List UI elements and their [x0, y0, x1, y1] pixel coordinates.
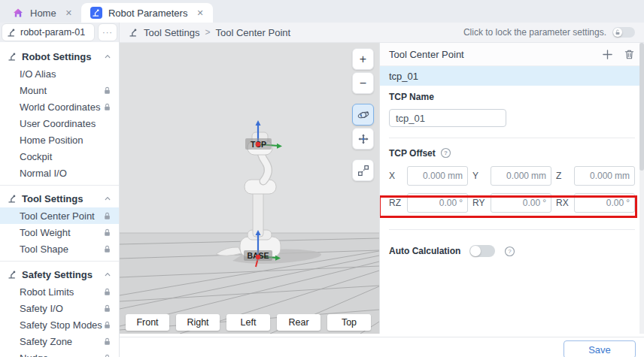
section-safety-settings[interactable]: Safety Settings — [0, 265, 119, 283]
section-robot-settings[interactable]: Robot Settings — [0, 47, 119, 65]
zoom-in-button[interactable]: + — [352, 48, 374, 70]
sidebar-item-world-coordinates[interactable]: World Coordinates — [0, 98, 119, 115]
sidebar-item-io-alias[interactable]: I/O Alias — [0, 65, 119, 82]
item-label: World Coordinates — [20, 101, 100, 113]
field-unit: mm — [615, 171, 630, 181]
help-icon[interactable] — [440, 147, 451, 159]
item-label: I/O Alias — [20, 68, 56, 80]
item-label: User Coordinates — [20, 118, 96, 129]
field-label: Z — [556, 171, 574, 181]
orbit-icon — [357, 108, 370, 122]
panel-title-row: Tool Center Point — [380, 43, 644, 66]
sidebar-item-mount[interactable]: Mount — [0, 82, 119, 98]
scrollbar-thumb[interactable] — [639, 43, 644, 171]
section-label: Safety Settings — [22, 269, 93, 280]
view-rear-button[interactable]: Rear — [277, 314, 320, 331]
more-options-button[interactable]: ··· — [98, 23, 117, 41]
parameter-lock-toggle[interactable] — [612, 27, 635, 38]
sidebar-item-safety-zone[interactable]: Safety Zone — [0, 333, 119, 349]
orbit-tool-button[interactable] — [352, 104, 374, 126]
tcp-item-label: tcp_01 — [389, 71, 418, 82]
field-unit: ° — [626, 198, 630, 208]
sidebar-item-safety-stop-modes[interactable]: Safety Stop Modes — [0, 316, 119, 333]
tcp-list-item-selected[interactable]: tcp_01 — [380, 66, 644, 86]
add-tcp-button[interactable] — [602, 49, 613, 60]
field-label: RX — [556, 198, 574, 208]
sidebar-item-cockpit[interactable]: Cockpit — [0, 148, 119, 165]
tcp-offset-rotation-wrap: RZ 0.00 ° RY 0.00 — [389, 193, 635, 213]
robot-icon — [8, 194, 17, 204]
sidebar: robot-param-01 ··· Robot Settings I/O Al… — [0, 23, 120, 357]
panel-scrollbar[interactable] — [639, 43, 644, 334]
chevron-up-icon — [104, 195, 111, 202]
field-value: 0.00 — [523, 198, 540, 208]
lock-icon — [103, 304, 111, 313]
tcp-name-input[interactable] — [389, 109, 506, 127]
view-right-button[interactable]: Right — [176, 314, 220, 331]
view-top-button[interactable]: Top — [327, 314, 371, 331]
sidebar-item-tool-weight[interactable]: Tool Weight — [0, 224, 119, 241]
offset-rx-input[interactable]: 0.00 ° — [574, 193, 635, 213]
field-label: RZ — [389, 198, 407, 208]
tcp-offset-label: TCP Offset — [389, 147, 635, 159]
offset-z-input[interactable]: 0.000 mm — [574, 166, 635, 186]
sidebar-item-safety-io[interactable]: Safety I/O — [0, 300, 119, 316]
breadcrumb: Tool Settings > Tool Center Point — [129, 27, 290, 38]
sidebar-item-nudge[interactable]: Nudge — [0, 349, 119, 357]
offset-y-input[interactable]: 0.000 mm — [491, 166, 551, 186]
sidebar-item-normal-io[interactable]: Normal I/O — [0, 165, 119, 181]
auto-calculation-row: Auto Calculation — [389, 245, 635, 257]
field-label: RY — [472, 198, 491, 208]
sidebar-item-user-coordinates[interactable]: User Coordinates — [0, 115, 119, 132]
lock-icon — [103, 354, 111, 357]
offset-field-z: Z 0.000 mm — [556, 166, 635, 186]
offset-field-rx: RX 0.00 ° — [556, 193, 635, 213]
lock-icon — [103, 103, 111, 111]
sidebar-item-home-position[interactable]: Home Position — [0, 132, 119, 148]
item-label: Tool Center Point — [20, 210, 95, 222]
offset-rz-input[interactable]: 0.00 ° — [407, 193, 468, 213]
param-file-selector[interactable]: robot-param-01 — [2, 23, 95, 41]
tcp-offset-xyz-row: X 0.000 mm Y 0.000 mm — [389, 166, 635, 186]
item-label: Safety I/O — [20, 303, 63, 314]
sidebar-item-tool-center-point[interactable]: Tool Center Point — [0, 207, 119, 224]
auto-calculation-toggle[interactable] — [469, 245, 495, 257]
tab-robot-parameters[interactable]: Robot Parameters ✕ — [81, 3, 213, 23]
close-icon[interactable]: ✕ — [65, 8, 72, 18]
field-unit: mm — [531, 171, 546, 181]
view-left-button[interactable]: Left — [226, 314, 270, 331]
section-tool-settings[interactable]: Tool Settings — [0, 189, 119, 207]
item-label: Tool Weight — [20, 227, 71, 238]
view-front-button[interactable]: Front — [126, 314, 169, 331]
sidebar-item-tool-shape[interactable]: Tool Shape — [0, 241, 119, 257]
tab-home[interactable]: Home ✕ — [3, 3, 81, 23]
save-button[interactable]: Save — [564, 340, 636, 357]
sidebar-item-robot-limits[interactable]: Robot Limits — [0, 283, 119, 300]
breadcrumb-parent[interactable]: Tool Settings — [144, 27, 199, 38]
field-value: 0.000 — [590, 171, 612, 181]
measure-tool-button[interactable] — [352, 159, 374, 181]
item-label: Robot Limits — [20, 286, 74, 298]
field-unit: ° — [542, 198, 546, 208]
robot-3d-viewport[interactable]: TCP BASE — [120, 43, 379, 334]
item-label: Nudge — [20, 352, 48, 357]
section-label: Robot Settings — [22, 51, 91, 62]
divider — [389, 229, 635, 230]
zoom-out-button[interactable]: − — [352, 72, 374, 94]
delete-tcp-button[interactable] — [624, 49, 635, 60]
breadcrumb-bar: Tool Settings > Tool Center Point Click … — [120, 23, 644, 43]
field-value: 0.000 — [506, 171, 529, 181]
pan-tool-button[interactable] — [352, 128, 374, 150]
close-icon[interactable]: ✕ — [196, 8, 203, 18]
offset-x-input[interactable]: 0.000 mm — [407, 166, 468, 186]
divider — [389, 138, 635, 138]
breadcrumb-current: Tool Center Point — [215, 27, 290, 38]
chevron-up-icon — [104, 271, 111, 278]
lock-icon — [103, 86, 111, 95]
field-unit: ° — [459, 198, 463, 208]
chevron-up-icon — [104, 53, 111, 60]
offset-ry-input[interactable]: 0.00 ° — [491, 193, 551, 213]
help-icon[interactable] — [504, 246, 515, 257]
panel-title: Tool Center Point — [389, 49, 464, 60]
divider — [0, 261, 119, 262]
